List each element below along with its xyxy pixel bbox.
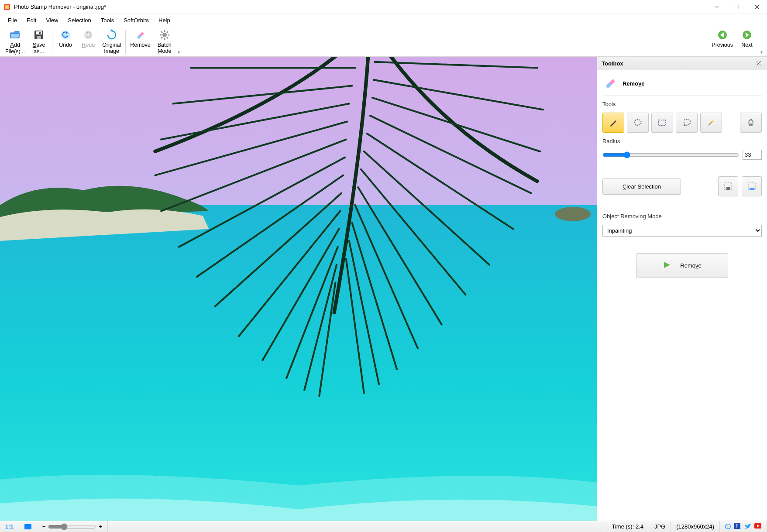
clear-selection-button[interactable]: Clear Selection	[602, 178, 681, 195]
remove-action-label: Remove	[680, 262, 701, 269]
undo-icon	[59, 29, 72, 41]
tools-row	[602, 113, 762, 133]
tool-rect-select[interactable]	[651, 113, 673, 133]
close-button[interactable]	[747, 0, 767, 14]
zoom-in-button[interactable]: +	[99, 523, 102, 530]
zoom-fit-button[interactable]	[19, 521, 37, 532]
zoom-controls: − +	[37, 521, 108, 532]
image-canvas[interactable]	[0, 57, 597, 521]
svg-rect-58	[749, 124, 753, 126]
window-title: Photo Stamp Remover - original.jpg*	[14, 3, 707, 10]
svg-rect-24	[0, 205, 597, 521]
remove-button[interactable]: Remove	[127, 28, 153, 49]
previous-label: Previous	[712, 42, 733, 48]
original-image-label: OriginalImage	[102, 42, 121, 55]
svg-rect-8	[37, 36, 41, 39]
radius-input[interactable]	[743, 150, 762, 160]
eraser-icon	[134, 29, 146, 41]
toolbar-overflow-right[interactable]: ▾	[758, 50, 764, 55]
next-button[interactable]: Next	[736, 28, 758, 49]
radius-label: Radius	[602, 138, 762, 144]
add-files-label: AddFile(s)...	[5, 42, 25, 55]
svg-text:f: f	[736, 523, 738, 529]
save-as-button[interactable]: Saveas...	[28, 28, 50, 55]
undo-button[interactable]: Undo	[54, 28, 77, 49]
tool-free-select[interactable]	[627, 113, 649, 133]
svg-rect-63	[24, 524, 31, 529]
svg-line-17	[161, 31, 162, 33]
facebook-icon[interactable]: f	[734, 523, 740, 530]
arrow-left-icon	[716, 29, 729, 41]
redo-button[interactable]: Redo	[77, 28, 100, 49]
folder-open-icon	[9, 29, 21, 41]
tool-clone-stamp[interactable]	[740, 113, 762, 133]
batch-mode-label: BatchMode	[158, 42, 172, 55]
main-area: Toolbox Remove Tools Radius	[0, 57, 767, 521]
tools-label: Tools	[602, 101, 762, 107]
load-selection-button[interactable]	[742, 176, 762, 196]
remove-section-title: Remove	[623, 80, 645, 87]
toolbar-overflow-left[interactable]: ▾	[176, 50, 182, 55]
refresh-icon	[106, 29, 118, 41]
svg-rect-59	[750, 119, 752, 120]
next-label: Next	[741, 42, 753, 48]
youtube-icon[interactable]	[754, 523, 761, 530]
remove-action-button[interactable]: Remove	[636, 253, 728, 278]
eraser-icon	[603, 76, 616, 91]
previous-button[interactable]: Previous	[709, 28, 736, 49]
svg-rect-61	[726, 187, 730, 190]
app-icon	[3, 3, 10, 10]
play-icon	[663, 261, 671, 271]
menu-selection[interactable]: Selection	[63, 15, 95, 25]
statusbar: 1:1 − + Time (s): 2.4 JPG (1280x960x24) …	[0, 521, 767, 532]
info-icon[interactable]: ⓘ	[725, 523, 731, 531]
original-image-button[interactable]: OriginalImage	[100, 28, 124, 55]
svg-line-19	[161, 37, 162, 38]
status-dimensions: (1280x960x24)	[671, 521, 720, 532]
svg-line-18	[167, 37, 168, 38]
remove-section-header: Remove	[602, 75, 762, 96]
svg-point-56	[684, 124, 685, 126]
toolbox-header: Toolbox	[597, 57, 767, 70]
toolbar: AddFile(s)... Saveas... Undo Redo Origin…	[0, 26, 767, 57]
tool-marker[interactable]	[602, 113, 624, 133]
status-time: Time (s): 2.4	[606, 521, 649, 532]
zoom-out-button[interactable]: −	[42, 523, 46, 530]
menu-edit[interactable]: Edit	[22, 15, 41, 25]
svg-rect-7	[36, 31, 42, 34]
svg-rect-1	[5, 5, 9, 9]
add-files-button[interactable]: AddFile(s)...	[3, 28, 28, 55]
svg-rect-3	[735, 5, 739, 9]
mode-label: Object Removing Mode	[602, 213, 762, 220]
zoom-11-button[interactable]: 1:1	[0, 521, 19, 532]
svg-point-12	[162, 33, 167, 37]
twitter-icon[interactable]	[744, 523, 751, 530]
menu-help[interactable]: Help	[154, 15, 175, 25]
radius-row	[602, 150, 762, 160]
titlebar: Photo Stamp Remover - original.jpg*	[0, 0, 767, 14]
mode-row: Inpainting	[602, 225, 762, 237]
radius-slider[interactable]	[602, 151, 739, 158]
menu-file[interactable]: File	[3, 15, 21, 25]
clear-row: Clear Selection	[602, 176, 762, 196]
menu-tools[interactable]: Tools	[96, 15, 118, 25]
batch-mode-button[interactable]: BatchMode	[153, 28, 176, 55]
minimize-button[interactable]	[707, 0, 727, 14]
status-format: JPG	[649, 521, 671, 532]
zoom-slider[interactable]	[48, 523, 96, 530]
tool-lasso[interactable]	[676, 113, 698, 133]
arrow-right-icon	[741, 29, 753, 41]
tool-magic-wand[interactable]	[700, 113, 722, 133]
gear-icon	[158, 29, 171, 41]
svg-rect-9	[39, 32, 41, 34]
undo-label: Undo	[59, 42, 72, 48]
svg-point-25	[555, 207, 591, 221]
menu-view[interactable]: View	[41, 15, 62, 25]
svg-line-20	[167, 31, 168, 33]
save-selection-button[interactable]	[718, 176, 738, 196]
mode-select[interactable]: Inpainting	[602, 225, 762, 237]
toolbox-panel: Toolbox Remove Tools Radius	[597, 57, 767, 521]
menu-softorbits[interactable]: SoftOrbits	[119, 15, 153, 25]
maximize-button[interactable]	[727, 0, 747, 14]
toolbox-close-button[interactable]	[755, 59, 763, 67]
